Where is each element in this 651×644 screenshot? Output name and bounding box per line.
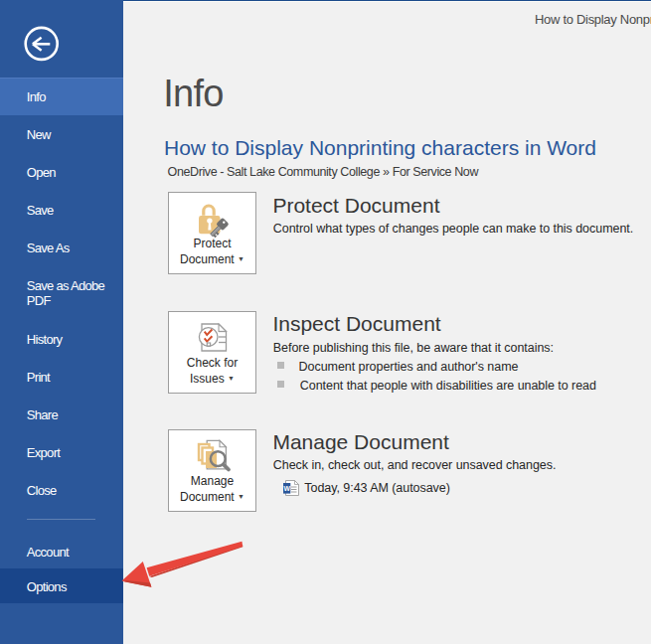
- svg-text:W: W: [283, 485, 290, 492]
